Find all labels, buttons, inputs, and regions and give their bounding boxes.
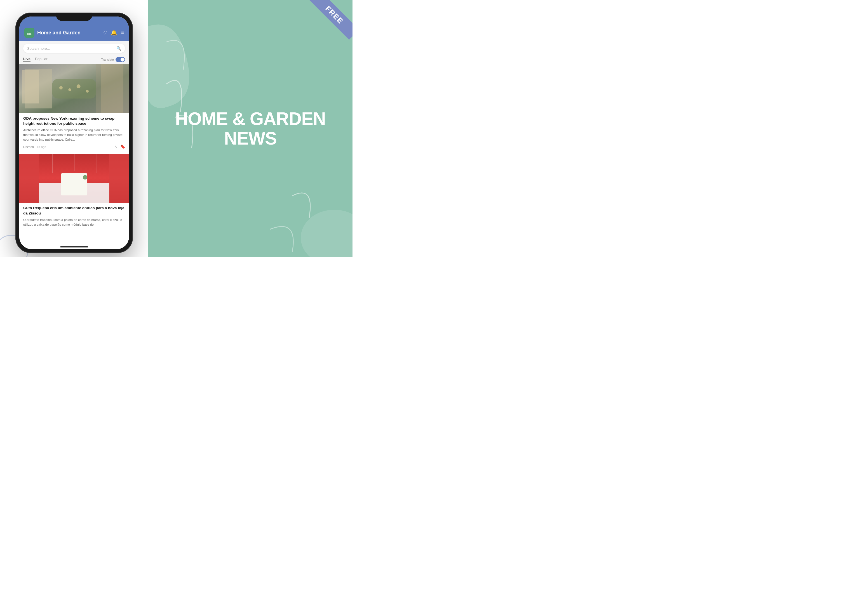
phone-screen: ⌂H&G Home and Garden ♡ 🔔 ≡ Search here..… bbox=[19, 16, 129, 249]
red-interior-svg bbox=[19, 154, 129, 203]
svg-point-4 bbox=[59, 86, 63, 89]
translate-label: Translate bbox=[101, 58, 114, 61]
headline-area: HOME & GARDEN NEWS bbox=[169, 103, 331, 154]
article-meta-1: Dezeen 1d ago ⎋ 🔖 bbox=[23, 144, 125, 149]
svg-point-7 bbox=[86, 90, 89, 92]
article-title-2: Guto Requena cria um ambiente onírico pa… bbox=[23, 205, 125, 216]
tabs-row: Live Popular Translate bbox=[19, 56, 129, 64]
headline-text-1: HOME & GARDEN bbox=[175, 109, 326, 129]
translate-area: Translate bbox=[101, 57, 125, 62]
article-card-2: Guto Requena cria um ambiente onírico pa… bbox=[19, 154, 129, 232]
home-indicator bbox=[60, 246, 88, 248]
header-icons: ♡ 🔔 ≡ bbox=[102, 29, 124, 36]
article-excerpt-1: Architecture office ODA has proposed a r… bbox=[23, 128, 125, 142]
logo-abbr: H&G bbox=[27, 33, 32, 35]
svg-rect-3 bbox=[52, 79, 96, 99]
phone-frame: ⌂H&G Home and Garden ♡ 🔔 ≡ Search here..… bbox=[15, 13, 133, 253]
search-placeholder: Search here... bbox=[27, 46, 50, 51]
bookmark-icon[interactable]: 🔖 bbox=[120, 144, 125, 149]
logo-text: ⌂H&G bbox=[27, 30, 32, 35]
share-icon[interactable]: ⎋ bbox=[115, 144, 117, 149]
svg-rect-10 bbox=[109, 154, 129, 203]
app-logo: ⌂H&G bbox=[24, 28, 34, 38]
left-panel: ⌂H&G Home and Garden ♡ 🔔 ≡ Search here..… bbox=[0, 0, 148, 257]
svg-point-17 bbox=[301, 210, 352, 257]
article-image-1 bbox=[19, 64, 129, 113]
article-title-1: ODA proposes New York rezoning scheme to… bbox=[23, 116, 125, 126]
svg-point-6 bbox=[77, 84, 81, 88]
tab-popular[interactable]: Popular bbox=[35, 57, 48, 62]
article-card: ODA proposes New York rezoning scheme to… bbox=[19, 64, 129, 152]
article-image-2 bbox=[19, 154, 129, 203]
article-body-1: ODA proposes New York rezoning scheme to… bbox=[19, 113, 129, 152]
phone-notch bbox=[56, 13, 93, 21]
tab-live[interactable]: Live bbox=[23, 57, 31, 62]
svg-rect-1 bbox=[25, 69, 52, 109]
search-icon: 🔍 bbox=[116, 46, 121, 51]
svg-point-16 bbox=[83, 175, 87, 179]
bell-icon[interactable]: 🔔 bbox=[111, 29, 117, 36]
article-feed: ODA proposes New York rezoning scheme to… bbox=[19, 64, 129, 249]
svg-point-5 bbox=[68, 88, 71, 91]
menu-icon[interactable]: ≡ bbox=[121, 30, 124, 36]
article-source-1: Dezeen bbox=[23, 145, 34, 148]
toggle-knob bbox=[120, 57, 125, 62]
right-panel: FREE HOME & GARDEN NEWS bbox=[148, 0, 352, 257]
arch-svg bbox=[19, 64, 129, 113]
svg-rect-9 bbox=[19, 154, 39, 203]
article-excerpt-2: O arquiteto trabalhou com a paleta de co… bbox=[23, 217, 125, 227]
app-title: Home and Garden bbox=[37, 30, 100, 36]
free-banner: FREE bbox=[302, 0, 352, 50]
search-bar[interactable]: Search here... 🔍 bbox=[23, 44, 125, 53]
phone-mockup: ⌂H&G Home and Garden ♡ 🔔 ≡ Search here..… bbox=[15, 13, 133, 253]
article-time-1: 1d ago bbox=[37, 145, 46, 148]
free-banner-text: FREE bbox=[310, 0, 352, 40]
article-source-time: Dezeen 1d ago bbox=[23, 144, 46, 149]
article-body-2: Guto Requena cria um ambiente onírico pa… bbox=[19, 203, 129, 232]
heart-icon[interactable]: ♡ bbox=[102, 29, 107, 36]
article-actions-1: ⎋ 🔖 bbox=[115, 144, 125, 149]
headline-line1: HOME & GARDEN NEWS bbox=[175, 109, 326, 148]
headline-text-2: NEWS bbox=[224, 128, 277, 148]
svg-rect-2 bbox=[96, 64, 129, 113]
translate-toggle[interactable] bbox=[116, 57, 125, 62]
